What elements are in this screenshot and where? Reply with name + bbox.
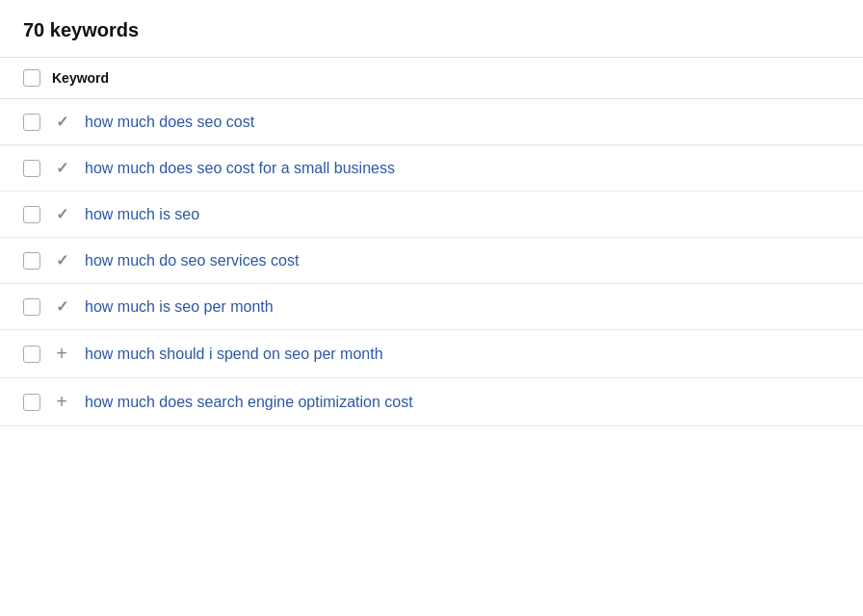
row-checkbox[interactable] xyxy=(23,206,40,223)
row-checkbox[interactable] xyxy=(23,160,40,177)
keyword-link[interactable]: how much should i spend on seo per month xyxy=(85,346,383,363)
table-row: ✓how much do seo services cost xyxy=(0,238,863,284)
keywords-list: ✓how much does seo cost✓how much does se… xyxy=(0,99,863,426)
table-row: +how much should i spend on seo per mont… xyxy=(0,330,863,378)
row-checkbox[interactable] xyxy=(23,346,40,363)
check-icon: ✓ xyxy=(48,297,75,316)
table-row: ✓how much is seo per month xyxy=(0,284,863,330)
keyword-link[interactable]: how much do seo services cost xyxy=(85,252,299,270)
check-icon: ✓ xyxy=(48,113,75,131)
plus-icon: + xyxy=(48,392,75,412)
table-header-row: Keyword xyxy=(0,58,863,99)
table-row: ✓how much does seo cost xyxy=(0,99,863,145)
keyword-link[interactable]: how much does seo cost xyxy=(85,114,254,131)
select-all-checkbox[interactable] xyxy=(23,69,40,87)
keywords-count-title: 70 keywords xyxy=(23,19,139,40)
keyword-link[interactable]: how much does search engine optimization… xyxy=(85,394,413,411)
keyword-link[interactable]: how much is seo xyxy=(85,206,199,223)
row-checkbox[interactable] xyxy=(23,252,40,270)
row-checkbox[interactable] xyxy=(23,298,40,316)
check-icon: ✓ xyxy=(48,159,75,177)
plus-icon: + xyxy=(48,344,75,364)
table-row: +how much does search engine optimizatio… xyxy=(0,378,863,426)
keyword-link[interactable]: how much does seo cost for a small busin… xyxy=(85,160,395,177)
table-row: ✓how much does seo cost for a small busi… xyxy=(0,145,863,192)
keyword-column-header: Keyword xyxy=(52,70,109,86)
keyword-link[interactable]: how much is seo per month xyxy=(85,298,274,316)
row-checkbox[interactable] xyxy=(23,114,40,131)
check-icon: ✓ xyxy=(48,205,75,223)
page-header: 70 keywords xyxy=(0,0,863,58)
table-row: ✓how much is seo xyxy=(0,192,863,238)
check-icon: ✓ xyxy=(48,251,75,270)
row-checkbox[interactable] xyxy=(23,394,40,411)
